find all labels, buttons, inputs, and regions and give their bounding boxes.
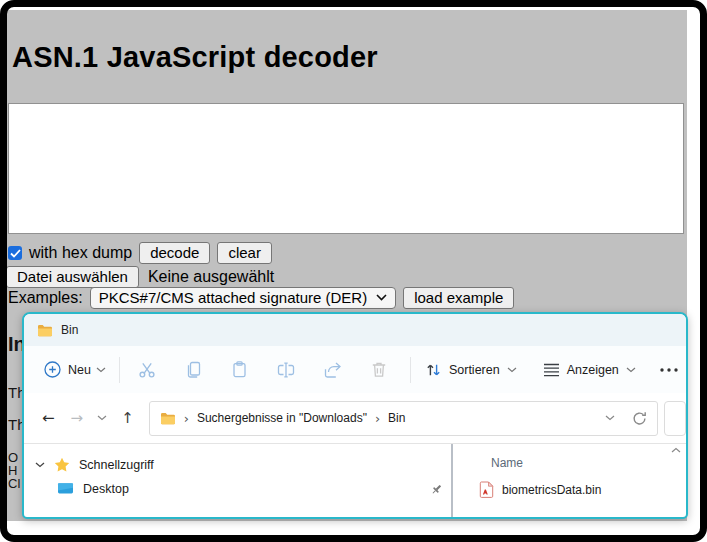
view-lines-icon <box>543 363 560 377</box>
name-column-header[interactable]: Name <box>491 456 523 470</box>
load-example-button[interactable]: load example <box>403 287 514 309</box>
breadcrumb-separator: › <box>375 412 380 425</box>
back-button[interactable]: ← <box>42 411 55 426</box>
file-explorer-window: Bin Neu <box>22 312 688 519</box>
sort-button-label: Sortieren <box>449 363 500 377</box>
explorer-addressbar: ← → ↑ › Suchergebnisse in "Downloads" › … <box>24 393 686 444</box>
examples-select[interactable]: PKCS#7/CMS attached signature (DER) <box>90 287 396 309</box>
pinned-pin-icon <box>430 483 443 499</box>
scroll-up-icon[interactable] <box>671 447 681 453</box>
view-button-label: Anzeigen <box>567 363 619 377</box>
explorer-content: Schnellzugriff Desktop Name <box>24 444 686 517</box>
window-title: Bin <box>61 323 78 337</box>
toolbar-divider <box>119 357 120 383</box>
chevron-down-icon <box>35 462 45 468</box>
toolbar-divider <box>410 357 411 383</box>
desktop-icon <box>57 481 74 496</box>
chevron-down-icon <box>376 294 387 301</box>
share-button[interactable] <box>323 361 343 379</box>
quick-access-label: Schnellzugriff <box>79 458 154 472</box>
delete-button[interactable] <box>370 360 388 379</box>
sidebar-item-quick-access[interactable]: Schnellzugriff <box>24 457 451 472</box>
background-text-fragment: Cl <box>8 476 20 491</box>
chevron-down-icon <box>97 415 107 421</box>
copy-icon <box>184 360 203 379</box>
clear-button[interactable]: clear <box>217 242 272 264</box>
paste-icon <box>230 360 249 379</box>
more-options-button[interactable] <box>660 368 678 372</box>
file-list-item[interactable]: biometricsData.bin <box>479 481 601 498</box>
up-button[interactable]: ↑ <box>121 411 134 426</box>
decode-button[interactable]: decode <box>139 242 210 264</box>
scissors-icon <box>137 360 157 380</box>
hex-dump-checkbox[interactable] <box>8 246 22 260</box>
addressbar-right-controls <box>605 411 647 426</box>
cut-button[interactable] <box>137 360 157 380</box>
plus-circle-icon <box>44 361 61 378</box>
view-button[interactable]: Anzeigen <box>543 363 636 377</box>
explorer-titlebar: Bin <box>24 314 686 346</box>
checkmark-icon <box>10 249 21 258</box>
bin-file-icon <box>479 481 494 498</box>
chevron-down-icon <box>507 367 517 373</box>
choose-file-button[interactable]: Datei auswählen <box>6 266 139 288</box>
address-dropdown-chevron-icon[interactable] <box>605 415 615 421</box>
examples-row: Examples: PKCS#7/CMS attached signature … <box>8 287 514 309</box>
star-icon <box>54 457 70 472</box>
sidebar-item-desktop[interactable]: Desktop <box>24 481 451 496</box>
hex-dump-row: with hex dump decode clear <box>8 242 272 264</box>
new-button-label: Neu <box>68 363 91 377</box>
breadcrumb-current[interactable]: Bin <box>388 411 405 425</box>
sort-button[interactable]: Sortieren <box>425 362 517 378</box>
file-status-text: Keine ausgewählt <box>148 268 274 286</box>
folder-icon <box>160 412 176 425</box>
file-name: biometricsData.bin <box>502 483 601 497</box>
recent-locations-button[interactable] <box>97 415 107 421</box>
ellipsis-icon <box>660 368 678 372</box>
sort-arrows-icon <box>425 362 442 378</box>
new-button[interactable]: Neu <box>44 361 106 378</box>
toolbar-file-actions <box>137 360 388 380</box>
asn1-input-area[interactable] <box>8 103 684 234</box>
screenshot-canvas: ASN.1 JavaScript decoder with hex dump d… <box>0 0 707 542</box>
file-list-panel: Name biometricsData.bin <box>453 444 686 517</box>
search-box[interactable] <box>664 401 686 436</box>
paste-button[interactable] <box>230 360 249 379</box>
explorer-sidebar: Schnellzugriff Desktop <box>24 444 451 517</box>
chevron-down-icon <box>626 367 636 373</box>
folder-icon <box>37 324 53 337</box>
file-select-row: Datei auswählen Keine ausgewählt <box>6 266 274 288</box>
breadcrumb-separator: › <box>184 412 189 425</box>
address-box[interactable]: › Suchergebnisse in "Downloads" › Bin <box>149 401 658 436</box>
trash-icon <box>370 360 388 379</box>
chevron-down-icon <box>96 367 106 373</box>
examples-selected-option: PKCS#7/CMS attached signature (DER) <box>99 289 367 306</box>
explorer-toolbar: Neu <box>24 346 686 393</box>
desktop-label: Desktop <box>83 482 129 496</box>
refresh-icon[interactable] <box>632 411 647 426</box>
examples-label: Examples: <box>8 289 83 307</box>
forward-button[interactable]: → <box>71 411 84 426</box>
share-icon <box>323 361 343 379</box>
rename-button[interactable] <box>276 361 296 379</box>
rename-icon <box>276 361 296 379</box>
page-title: ASN.1 JavaScript decoder <box>12 41 378 74</box>
breadcrumb-root[interactable]: Suchergebnisse in "Downloads" <box>197 411 367 425</box>
hex-dump-label: with hex dump <box>29 244 132 262</box>
copy-button[interactable] <box>184 360 203 379</box>
